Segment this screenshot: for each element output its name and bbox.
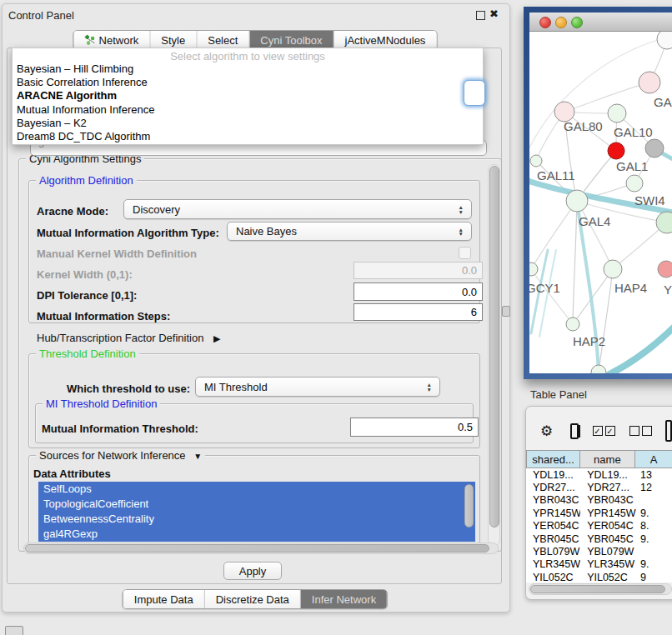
tab-style-label: Style <box>161 34 185 47</box>
network-node[interactable] <box>608 142 624 159</box>
network-node-gal11[interactable] <box>530 155 542 167</box>
column-header-shared-[interactable]: shared... <box>526 450 579 468</box>
chevron-right-icon: ▶ <box>213 333 220 343</box>
algorithm-option-basic-correlation-inference[interactable]: Basic Correlation Inference <box>13 76 483 89</box>
table-row[interactable]: YIL052CYIL052C9 <box>526 571 672 582</box>
node-label-hap4: HAP4 <box>614 281 647 295</box>
hub-expander[interactable]: Hub/Transcription Factor Definition ▶ <box>37 332 220 344</box>
tab-discretize-data[interactable]: Discretize Data <box>205 590 301 608</box>
chevron-down-icon: ▼ <box>193 452 202 461</box>
tab-select[interactable]: Select <box>197 31 249 49</box>
table-row[interactable]: YDR27...YDR27...12 <box>526 481 672 493</box>
float-window-icon[interactable] <box>476 11 485 20</box>
network-node-hap2[interactable] <box>566 318 579 331</box>
table-cell: 13 <box>636 469 672 481</box>
close-traffic-light-icon[interactable] <box>539 17 551 28</box>
columns-icon[interactable] <box>570 423 578 439</box>
tab-select-label: Select <box>208 34 238 47</box>
gear-icon[interactable]: ⚙ <box>540 422 553 440</box>
unchecked-pair-icon[interactable] <box>629 426 652 436</box>
tab-infer-network-label: Infer Network <box>312 593 376 606</box>
splitpane-grip[interactable] <box>502 306 510 317</box>
table-row[interactable]: YPR145WYPR145W9. <box>526 507 672 519</box>
table-row[interactable]: YLR345WYLR345W9. <box>526 558 672 571</box>
which-threshold-value: MI Threshold <box>204 381 268 393</box>
network-graph: GALGAL80GAL10GAL1GAL11GAL4SWI4HAP4YGCY1H… <box>529 32 672 373</box>
network-node-y[interactable] <box>658 261 672 278</box>
algorithm-option-bayesian-k2[interactable]: Bayesian – K2 <box>13 117 483 130</box>
tab-cyni-toolbox-label: Cyni Toolbox <box>260 34 322 47</box>
tab-cyni-toolbox[interactable]: Cyni Toolbox <box>249 31 333 49</box>
aracne-mode-combo[interactable]: Discovery ▲▼ <box>123 199 472 219</box>
table-cell: YBR045C <box>580 533 636 545</box>
attribute-item-selfloops[interactable]: SelfLoops <box>38 482 475 497</box>
mi-type-combo[interactable]: Naive Bayes ▲▼ <box>227 222 472 241</box>
unchecked-box-icon <box>642 426 652 436</box>
algorithm-option-bayesian-hill-climbing[interactable]: Bayesian – Hill Climbing <box>13 62 483 76</box>
dpi-tolerance-field[interactable]: 0.0 <box>354 282 483 301</box>
checked-pair-icon[interactable]: ✓ ✓ <box>593 426 615 436</box>
tab-impute-data[interactable]: Impute Data <box>123 590 205 608</box>
column-header-name[interactable]: name <box>579 450 634 468</box>
close-icon[interactable]: ✖ <box>489 8 499 20</box>
table-cell: YIL052C <box>580 572 636 582</box>
tab-style[interactable]: Style <box>150 31 197 49</box>
network-node-hap4[interactable] <box>604 260 622 278</box>
zoom-traffic-light-icon[interactable] <box>571 17 583 28</box>
focused-combo-fragment[interactable] <box>464 80 485 106</box>
network-canvas[interactable]: GALGAL80GAL10GAL1GAL11GAL4SWI4HAP4YGCY1H… <box>529 32 672 373</box>
apply-button[interactable]: Apply <box>223 562 282 580</box>
attribute-item-gal4rgexp[interactable]: gal4RGexp <box>38 527 475 542</box>
kernel-width-field[interactable]: 0.0 <box>354 262 483 279</box>
network-node[interactable] <box>591 365 606 373</box>
table-cell: YER054C <box>526 520 580 532</box>
network-node-gal10[interactable] <box>608 104 626 122</box>
column-header-a[interactable]: A <box>634 450 672 468</box>
table-hscrollbar[interactable] <box>529 583 670 593</box>
algorithm-option-dream8-dc-tdc-algorithm[interactable]: Dream8 DC_TDC Algorithm <box>13 130 483 143</box>
manual-kernel-checkbox[interactable] <box>459 247 471 259</box>
table-row[interactable]: YDL19...YDL19...13 <box>526 468 672 481</box>
data-attributes-list[interactable]: SelfLoopsTopologicalCoefficientBetweenne… <box>38 482 475 542</box>
table-row[interactable]: YBL079WYBL079W <box>526 545 672 558</box>
tab-jactivemnodules[interactable]: jActiveMNodules <box>334 31 437 49</box>
sources-title[interactable]: Sources for Network Inference ▼ <box>36 449 205 462</box>
mi-type-value: Naive Bayes <box>236 225 297 238</box>
table-row[interactable]: YBR043CYBR043C <box>526 494 672 507</box>
table-row[interactable]: YER054CYER054C8. <box>526 520 672 532</box>
which-threshold-combo[interactable]: MI Threshold ▲▼ <box>195 377 440 397</box>
network-node-gal[interactable] <box>639 72 660 93</box>
attribute-item-topologicalcoefficient[interactable]: TopologicalCoefficient <box>38 497 475 512</box>
settings-scrollbar-thumb[interactable] <box>489 166 499 528</box>
network-node-gal1[interactable] <box>626 175 643 192</box>
algorithm-dropdown-popup: Select algorithm to view settings Bayesi… <box>12 48 484 145</box>
chevron-up-down-icon: ▲▼ <box>427 382 432 392</box>
tab-discretize-data-label: Discretize Data <box>216 593 289 606</box>
network-icon <box>85 35 95 45</box>
table-cell: YER054C <box>580 520 636 532</box>
attribute-item-betweennesscentrality[interactable]: BetweennessCentrality <box>38 512 475 527</box>
table-header-row: shared...nameA <box>526 450 672 468</box>
network-node[interactable] <box>657 32 672 49</box>
mi-steps-field[interactable]: 6 <box>354 303 483 321</box>
checked-box-icon: ✓ <box>593 426 603 436</box>
network-node-gal4[interactable] <box>566 190 588 212</box>
tab-infer-network[interactable]: Infer Network <box>301 590 387 608</box>
node-label-gcy1: GCY1 <box>529 281 560 295</box>
document-icon[interactable] <box>665 420 672 442</box>
minimized-panel-icon[interactable] <box>5 626 23 635</box>
tab-network[interactable]: Network <box>74 31 151 49</box>
network-node-gcy1[interactable] <box>529 262 538 276</box>
chevron-up-down-icon: ▲▼ <box>459 227 464 236</box>
network-window-titlebar[interactable] <box>529 12 672 32</box>
algorithm-option-aracne-algorithm[interactable]: ARACNE Algorithm <box>13 89 483 102</box>
settings-hscrollbar-thumb[interactable] <box>25 544 489 552</box>
table-body[interactable]: YDL19...YDL19...13YDR27...YDR27...12YBR0… <box>526 468 672 582</box>
attributes-scrollbar-thumb[interactable] <box>464 484 474 528</box>
mi-threshold-field[interactable]: 0.5 <box>350 418 479 437</box>
table-cell: YBR043C <box>580 494 636 506</box>
network-node[interactable] <box>645 139 664 158</box>
algorithm-option-mutual-information-inference[interactable]: Mutual Information Inference <box>13 103 483 117</box>
table-row[interactable]: YBR045CYBR045C9. <box>526 532 672 545</box>
minimize-traffic-light-icon[interactable] <box>555 17 567 28</box>
